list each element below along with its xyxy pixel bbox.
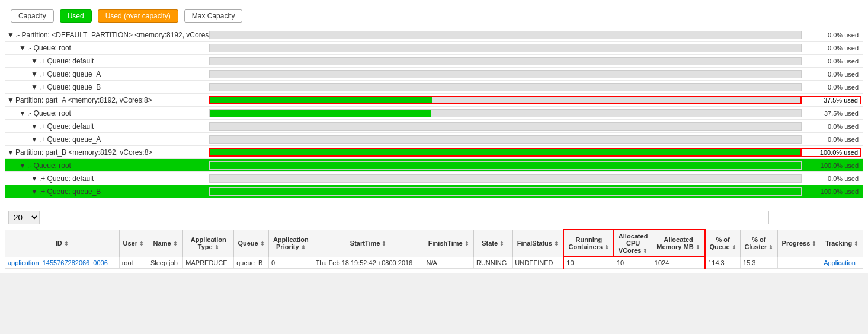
tracking-link[interactable]: Application: [824, 259, 856, 266]
tree-arrow[interactable]: ▼: [31, 57, 38, 65]
legend: Capacity Used Used (over capacity) Max C…: [5, 9, 863, 23]
bottom-section: 20 10 50 100 ID ⇕ User ⇕ Name ⇕ Applicat…: [0, 206, 868, 273]
queue-row: ▼.+ Queue: queue_A0.0% used: [5, 68, 863, 81]
queue-row: ▼.+ Queue: queue_B100.0% used: [5, 185, 863, 198]
tree-arrow[interactable]: ▼: [31, 174, 38, 183]
queue-name: .+ Queue: default: [39, 57, 94, 65]
queue-usage: 100.0% used: [802, 188, 861, 195]
th-state[interactable]: State ⇕: [473, 230, 512, 257]
th-app-priority[interactable]: ApplicationPriority ⇕: [269, 230, 313, 257]
queue-usage: 0.0% used: [802, 84, 861, 91]
table-cell: MAPREDUCE: [183, 257, 234, 269]
tree-arrow[interactable]: ▼: [7, 31, 14, 39]
queue-name: .+ Queue: queue_A: [39, 135, 101, 144]
queue-name: .+ Queue: queue_B: [39, 187, 101, 196]
th-user[interactable]: User ⇕: [119, 230, 148, 257]
tree-arrow[interactable]: ▼: [31, 83, 38, 91]
queue-usage: 37.5% used: [802, 96, 861, 104]
queue-bar: [209, 134, 802, 145]
queue-row: ▼.+ Queue: queue_A0.0% used: [5, 133, 863, 146]
queue-usage: 0.0% used: [802, 58, 861, 65]
th-progress[interactable]: Progress ⇕: [777, 230, 821, 257]
table-cell: root: [119, 257, 148, 269]
tree-arrow[interactable]: ▼: [7, 96, 14, 104]
queue-bar: [209, 160, 802, 171]
queue-bar: [209, 95, 802, 106]
queue-name: .- Partition: <DEFAULT_PARTITION> <memor…: [15, 31, 219, 39]
queue-bar: [209, 121, 802, 132]
th-final-status[interactable]: FinalStatus ⇕: [513, 230, 563, 257]
queue-usage: 0.0% used: [802, 175, 861, 182]
table-cell: RUNNING: [473, 257, 512, 269]
top-section: Capacity Used Used (over capacity) Max C…: [0, 0, 868, 203]
th-alloc-cpu[interactable]: AllocatedCPUVCores ⇕: [614, 230, 652, 257]
app-id-link[interactable]: application_1455767282066_0006: [8, 259, 108, 266]
queue-row: ▼.+ Queue: default0.0% used: [5, 120, 863, 133]
queue-bar: [209, 43, 802, 53]
legend-capacity: Capacity: [11, 9, 54, 23]
queue-row: ▼.- Queue: root100.0% used: [5, 159, 863, 172]
queue-name: Partition: part_B <memory:8192, vCores:8…: [15, 148, 152, 157]
queue-bar: [209, 186, 802, 197]
queue-name: .+ Queue: queue_B: [39, 83, 101, 91]
queue-row: ▼.+ Queue: queue_B0.0% used: [5, 81, 863, 94]
queue-usage: 0.0% used: [802, 123, 861, 130]
table-cell: queue_B: [234, 257, 269, 269]
tree-arrow[interactable]: ▼: [31, 70, 38, 78]
table-cell: [777, 257, 821, 269]
legend-used: Used: [60, 9, 92, 23]
table-cell[interactable]: application_1455767282066_0006: [5, 257, 120, 269]
table-cell: 15.3: [741, 257, 778, 269]
queue-usage: 37.5% used: [802, 110, 861, 117]
th-app-type[interactable]: ApplicationType ⇕: [183, 230, 234, 257]
search-input[interactable]: [768, 211, 863, 224]
tree-arrow[interactable]: ▼: [7, 148, 14, 157]
th-pct-queue[interactable]: % ofQueue ⇕: [705, 230, 740, 257]
th-name[interactable]: Name ⇕: [148, 230, 182, 257]
queue-bar: [209, 108, 802, 119]
tree-arrow[interactable]: ▼: [19, 44, 26, 52]
queue-usage: 0.0% used: [802, 136, 861, 143]
table-cell: 10: [563, 257, 614, 269]
legend-max: Max Capacity: [184, 9, 243, 23]
th-tracking[interactable]: Tracking ⇕: [821, 230, 863, 257]
queue-bar: [209, 173, 802, 184]
tree-arrow[interactable]: ▼: [31, 135, 38, 144]
th-finish-time[interactable]: FinishTime ⇕: [424, 230, 473, 257]
queue-usage: 0.0% used: [802, 44, 861, 52]
queue-name: .+ Queue: default: [39, 122, 94, 131]
queue-row: ▼.- Partition: <DEFAULT_PARTITION> <memo…: [5, 28, 863, 42]
queue-row: ▼Partition: part_B <memory:8192, vCores:…: [5, 146, 863, 159]
table-cell: UNDEFINED: [513, 257, 563, 269]
queue-name: .- Queue: root: [27, 109, 71, 117]
queue-row: ▼.+ Queue: default0.0% used: [5, 55, 863, 68]
queue-name: .+ Queue: queue_A: [39, 70, 101, 78]
queue-usage: 0.0% used: [802, 31, 861, 39]
th-start-time[interactable]: StartTime ⇕: [313, 230, 424, 257]
queue-usage: 100.0% used: [802, 162, 861, 169]
th-id[interactable]: ID ⇕: [5, 230, 120, 257]
queue-row: ▼Partition: part_A <memory:8192, vCores:…: [5, 94, 863, 107]
tree-arrow[interactable]: ▼: [19, 109, 26, 117]
tree-arrow[interactable]: ▼: [31, 187, 38, 196]
queue-bar: [209, 30, 802, 40]
table-cell: Sleep job: [148, 257, 182, 269]
tree-arrow[interactable]: ▼: [31, 122, 38, 131]
queue-usage: 100.0% used: [802, 148, 861, 157]
th-alloc-mem[interactable]: AllocatedMemory MB ⇕: [652, 230, 705, 257]
th-running-containers[interactable]: RunningContainers ⇕: [563, 230, 614, 257]
table-cell: N/A: [424, 257, 473, 269]
queue-name: .- Queue: root: [27, 161, 71, 170]
tree-arrow[interactable]: ▼: [19, 161, 26, 170]
table-cell: Thu Feb 18 19:52:42 +0800 2016: [313, 257, 424, 269]
table-row: application_1455767282066_0006rootSleep …: [5, 257, 863, 269]
th-pct-cluster[interactable]: % ofCluster ⇕: [741, 230, 778, 257]
table-cell: 1024: [652, 257, 705, 269]
legend-over: Used (over capacity): [98, 9, 178, 23]
entries-select[interactable]: 20 10 50 100: [8, 211, 40, 224]
table-cell[interactable]: Application: [821, 257, 863, 269]
queue-name: Partition: part_A <memory:8192, vCores:8…: [15, 96, 152, 104]
queue-bar: [209, 69, 802, 79]
th-queue[interactable]: Queue ⇕: [234, 230, 269, 257]
queue-name: .- Queue: root: [27, 44, 71, 52]
